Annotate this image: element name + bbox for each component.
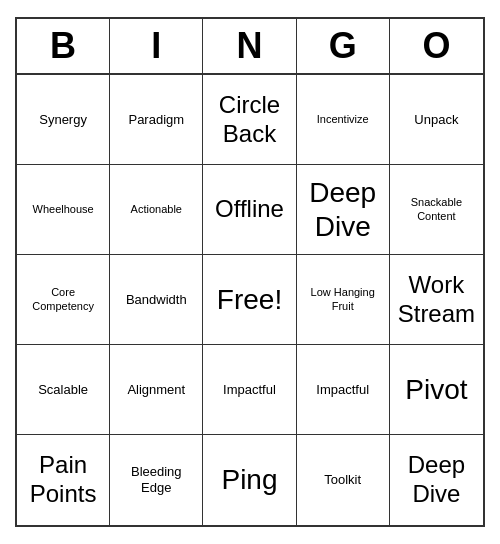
cell-text-24: Deep Dive [394,451,479,509]
bingo-card: BINGO SynergyParadigmCircle BackIncentiv… [15,17,485,527]
bingo-cell-19: Pivot [390,345,483,435]
cell-text-1: Paradigm [128,112,184,128]
cell-text-21: Bleeding Edge [114,464,198,495]
cell-text-17: Impactful [223,382,276,398]
cell-text-19: Pivot [405,373,467,407]
cell-text-4: Unpack [414,112,458,128]
bingo-cell-9: Snackable Content [390,165,483,255]
bingo-cell-11: Bandwidth [110,255,203,345]
bingo-cell-17: Impactful [203,345,296,435]
bingo-cell-20: Pain Points [17,435,110,525]
cell-text-6: Actionable [131,203,182,216]
cell-text-2: Circle Back [207,91,291,149]
cell-text-16: Alignment [127,382,185,398]
bingo-cell-3: Incentivize [297,75,390,165]
cell-text-18: Impactful [316,382,369,398]
header-letter-B: B [17,19,110,73]
cell-text-15: Scalable [38,382,88,398]
bingo-cell-15: Scalable [17,345,110,435]
cell-text-0: Synergy [39,112,87,128]
bingo-cell-16: Alignment [110,345,203,435]
bingo-cell-22: Ping [203,435,296,525]
cell-text-14: Work Stream [394,271,479,329]
cell-text-11: Bandwidth [126,292,187,308]
bingo-cell-10: Core Competency [17,255,110,345]
cell-text-8: Deep Dive [301,176,385,243]
header-letter-G: G [297,19,390,73]
cell-text-10: Core Competency [21,286,105,312]
bingo-cell-7: Offline [203,165,296,255]
bingo-grid: SynergyParadigmCircle BackIncentivizeUnp… [17,75,483,525]
cell-text-5: Wheelhouse [33,203,94,216]
bingo-cell-5: Wheelhouse [17,165,110,255]
bingo-cell-18: Impactful [297,345,390,435]
header-letter-I: I [110,19,203,73]
bingo-cell-24: Deep Dive [390,435,483,525]
cell-text-12: Free! [217,283,282,317]
header-letter-N: N [203,19,296,73]
bingo-cell-6: Actionable [110,165,203,255]
cell-text-3: Incentivize [317,113,369,126]
bingo-cell-1: Paradigm [110,75,203,165]
bingo-cell-23: Toolkit [297,435,390,525]
bingo-cell-0: Synergy [17,75,110,165]
bingo-cell-21: Bleeding Edge [110,435,203,525]
cell-text-22: Ping [221,463,277,497]
bingo-cell-8: Deep Dive [297,165,390,255]
cell-text-9: Snackable Content [394,196,479,222]
header-letter-O: O [390,19,483,73]
cell-text-7: Offline [215,195,284,224]
bingo-cell-2: Circle Back [203,75,296,165]
bingo-cell-14: Work Stream [390,255,483,345]
bingo-cell-13: Low Hanging Fruit [297,255,390,345]
cell-text-20: Pain Points [21,451,105,509]
bingo-cell-12: Free! [203,255,296,345]
bingo-header: BINGO [17,19,483,75]
cell-text-13: Low Hanging Fruit [301,286,385,312]
bingo-cell-4: Unpack [390,75,483,165]
cell-text-23: Toolkit [324,472,361,488]
